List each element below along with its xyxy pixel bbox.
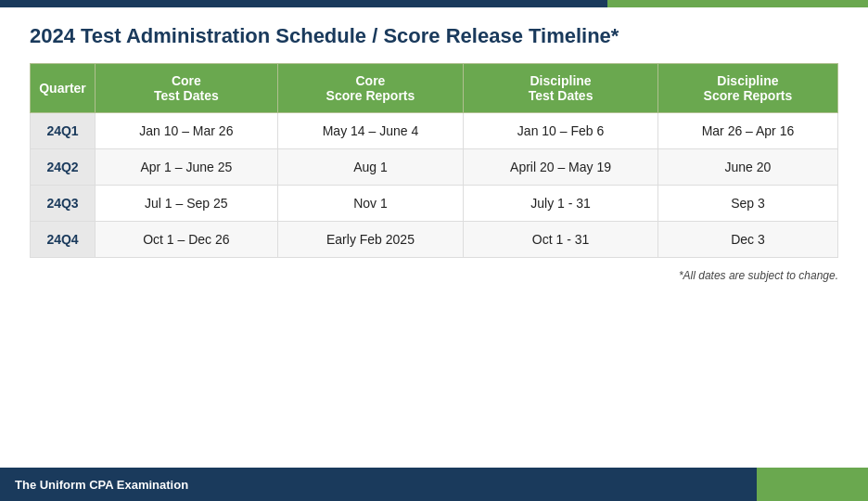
table-row: 24Q4Oct 1 – Dec 26Early Feb 2025Oct 1 - … [31, 222, 838, 258]
cell-quarter: 24Q4 [31, 222, 96, 258]
footer-label: The Uniform CPA Examination [15, 478, 188, 492]
cell-quarter: 24Q1 [31, 113, 96, 149]
cell-core-test-dates: Oct 1 – Dec 26 [96, 222, 278, 258]
cell-discipline-test-dates: Oct 1 - 31 [464, 222, 658, 258]
cell-discipline-score-reports: Dec 3 [657, 222, 837, 258]
cell-discipline-score-reports: Mar 26 – Apr 16 [657, 113, 837, 149]
cell-core-score-reports: Aug 1 [277, 149, 464, 186]
cell-discipline-test-dates: Jan 10 – Feb 6 [464, 113, 658, 149]
cell-core-score-reports: Early Feb 2025 [277, 222, 464, 258]
top-accent-bar [0, 0, 868, 7]
page-container: 2024 Test Administration Schedule / Scor… [0, 0, 868, 501]
cell-discipline-score-reports: June 20 [657, 149, 837, 186]
cell-core-test-dates: Jan 10 – Mar 26 [96, 113, 278, 149]
col-header-quarter: Quarter [31, 64, 96, 113]
col-header-core-test-dates: CoreTest Dates [96, 64, 278, 113]
cell-core-test-dates: Apr 1 – June 25 [96, 149, 278, 186]
page-title: 2024 Test Administration Schedule / Scor… [30, 24, 838, 48]
cell-core-test-dates: Jul 1 – Sep 25 [96, 186, 278, 222]
content-area: 2024 Test Administration Schedule / Scor… [0, 7, 868, 468]
footer-bar: The Uniform CPA Examination [0, 468, 868, 501]
table-row: 24Q2Apr 1 – June 25Aug 1April 20 – May 1… [31, 149, 838, 186]
col-header-discipline-score-reports: DisciplineScore Reports [657, 64, 837, 113]
table-row: 24Q1Jan 10 – Mar 26May 14 – June 4Jan 10… [31, 113, 838, 149]
cell-discipline-test-dates: April 20 – May 19 [464, 149, 658, 186]
cell-quarter: 24Q3 [31, 186, 96, 222]
cell-core-score-reports: Nov 1 [277, 186, 464, 222]
schedule-table: Quarter CoreTest Dates CoreScore Reports… [30, 63, 838, 258]
cell-discipline-score-reports: Sep 3 [657, 186, 837, 222]
footer-accent [757, 468, 868, 501]
cell-discipline-test-dates: July 1 - 31 [464, 186, 658, 222]
col-header-discipline-test-dates: DisciplineTest Dates [464, 64, 658, 113]
table-row: 24Q3Jul 1 – Sep 25Nov 1July 1 - 31Sep 3 [31, 186, 838, 222]
footnote: *All dates are subject to change. [30, 269, 838, 282]
cell-core-score-reports: May 14 – June 4 [277, 113, 464, 149]
col-header-core-score-reports: CoreScore Reports [277, 64, 464, 113]
cell-quarter: 24Q2 [31, 149, 96, 186]
